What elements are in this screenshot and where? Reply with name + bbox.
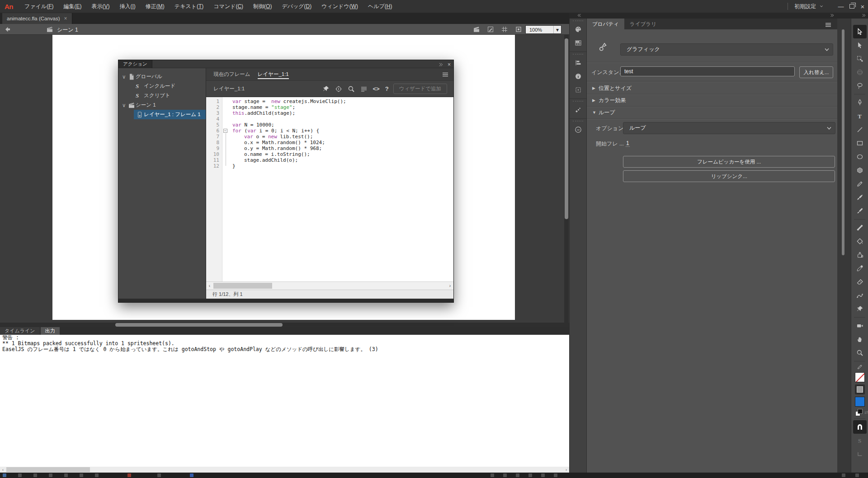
section-loop[interactable]: ▼ループ [587, 106, 837, 118]
panel-menu-icon[interactable] [825, 21, 832, 28]
tool-width[interactable] [853, 289, 867, 302]
taskbar-icon[interactable] [95, 473, 99, 477]
outline-box-icon[interactable] [515, 26, 522, 33]
taskbar-icon[interactable] [80, 473, 83, 477]
minimize-button[interactable]: — [835, 2, 846, 11]
dock-panel-color[interactable] [573, 23, 583, 36]
tree-item[interactable]: Sインクルード [118, 81, 206, 91]
target-icon[interactable] [335, 85, 342, 93]
code-horizontal-scrollbar[interactable]: ‹ › [206, 281, 453, 290]
stage-horizontal-scrollbar[interactable] [0, 323, 569, 327]
tree-item[interactable]: ∨グローバル [118, 72, 206, 81]
actions-panel-tab[interactable]: アクション [118, 60, 152, 68]
menu-item-4[interactable]: 修正(M) [141, 0, 170, 13]
close-icon[interactable]: × [448, 61, 451, 68]
symbol-type-select[interactable]: グラフィック [620, 43, 833, 56]
workspace-switcher[interactable]: 初期設定 [794, 3, 824, 10]
dock-panel-transform[interactable] [573, 83, 583, 97]
tool-subselection[interactable] [853, 38, 867, 52]
scrollbar-thumb[interactable] [6, 467, 90, 472]
format-lines-icon[interactable] [360, 85, 368, 93]
tool-free-transform[interactable] [853, 52, 867, 66]
tool-rectangle[interactable] [853, 136, 867, 150]
taskbar-icon[interactable] [157, 473, 161, 477]
scroll-right-arrow-icon[interactable]: › [563, 467, 569, 473]
zoom-select[interactable]: 100% ▾ [525, 25, 561, 34]
menu-item-8[interactable]: デバッグ(D) [277, 0, 316, 13]
panel-menu-icon[interactable] [442, 71, 449, 78]
dock-panel-swatches[interactable] [573, 36, 583, 50]
menu-item-7[interactable]: 制御(O) [248, 0, 277, 13]
tool-rotation-3d[interactable] [853, 66, 867, 79]
taskbar-icon[interactable] [3, 473, 6, 477]
tool-selection[interactable] [853, 25, 867, 38]
dock-panel-info[interactable] [573, 70, 583, 83]
section-position-size[interactable]: ▶位置とサイズ [587, 82, 837, 94]
tool-polystar[interactable] [853, 164, 867, 177]
taskbar-icon[interactable] [554, 473, 557, 477]
taskbar-icon[interactable] [127, 473, 131, 477]
tool-hand[interactable] [853, 333, 867, 346]
close-button[interactable]: × [857, 2, 868, 11]
tab-library[interactable]: ライブラリ [624, 19, 662, 29]
dock-panel-motion-presets[interactable] [573, 103, 583, 117]
taskbar-icon[interactable] [503, 473, 507, 477]
tool-classic-brush[interactable] [853, 204, 867, 218]
tool-text[interactable]: T [853, 109, 867, 123]
fill-indicator[interactable] [855, 384, 865, 394]
tool-bone[interactable] [853, 221, 867, 234]
taskbar-icon[interactable] [855, 473, 859, 477]
tool-pencil[interactable] [853, 177, 867, 191]
tool-magnet[interactable] [853, 420, 867, 434]
frame-picker-button[interactable]: フレームピッカーを使用 ... [623, 156, 835, 168]
pin-icon[interactable] [322, 85, 330, 93]
tool-eyedropper[interactable] [853, 262, 867, 275]
grid-icon[interactable] [501, 26, 508, 33]
fill-color-swatch[interactable] [855, 397, 865, 407]
expand-chevron-icon[interactable]: ∨ [122, 74, 127, 80]
bottom-tab-出力[interactable]: 出力 [41, 327, 60, 335]
taskbar-icon[interactable] [491, 473, 494, 477]
restore-button[interactable] [846, 2, 857, 11]
actions-tab[interactable]: 現在のフレーム [213, 68, 250, 81]
tree-item[interactable]: ∨シーン 1 [118, 100, 206, 110]
menu-item-2[interactable]: 表示(V) [86, 0, 114, 13]
chevron-down-icon[interactable]: ▾ [553, 26, 561, 33]
menu-item-3[interactable]: 挿入(I) [115, 0, 141, 13]
scroll-left-arrow-icon[interactable]: ‹ [206, 282, 213, 290]
menu-item-5[interactable]: テキスト(T) [170, 0, 208, 13]
edit-symbol-icon[interactable] [487, 26, 494, 33]
taskbar-icon[interactable] [64, 473, 68, 477]
double-chevron-right-icon[interactable] [438, 61, 443, 68]
edit-scene-icon[interactable] [473, 26, 480, 33]
double-chevron-right-icon[interactable] [861, 13, 866, 18]
stroke-color-swatch[interactable] [855, 372, 865, 382]
menu-item-10[interactable]: ヘルプ(H) [363, 0, 397, 13]
loop-option-select[interactable]: ループ [623, 122, 835, 134]
start-frame-value[interactable]: 1 [626, 140, 630, 147]
taskbar-icon[interactable] [541, 473, 545, 477]
tree-item[interactable]: レイヤー_1 : フレーム 1 [134, 110, 206, 119]
bottom-tab-タイムライン[interactable]: タイムライン [0, 327, 40, 335]
double-chevron-right-icon[interactable] [830, 13, 834, 18]
lip-sync-button[interactable]: リップシンク... [623, 170, 835, 182]
swap-button[interactable]: 入れ替え... [799, 66, 833, 78]
panel-gap-scrollbar[interactable] [837, 19, 851, 473]
taskbar-icon[interactable] [190, 473, 193, 477]
code-editor[interactable]: 1var stage = new createjs.MovieClip();2s… [206, 97, 453, 281]
default-colors-icon[interactable]: ⇄ [855, 409, 864, 416]
tool-pin[interactable] [853, 302, 867, 316]
menu-item-9[interactable]: ウィンドウ(W) [316, 0, 363, 13]
tool-paint-bucket[interactable] [853, 234, 867, 248]
code-fold-toggle-icon[interactable]: − [223, 129, 227, 133]
help-icon[interactable]: ? [385, 86, 389, 92]
instance-name-input[interactable] [620, 66, 795, 76]
actions-tab[interactable]: レイヤー_1:1 [258, 68, 289, 81]
tool-oval[interactable] [853, 150, 867, 164]
tool-zoom[interactable] [853, 346, 867, 360]
actions-panel-header[interactable]: アクション × [118, 60, 453, 68]
taskbar-icon[interactable] [528, 473, 532, 477]
document-tab[interactable]: animatecc.fla (Canvas) × [2, 13, 72, 24]
tab-properties[interactable]: プロパティ [587, 19, 624, 29]
menu-item-1[interactable]: 編集(E) [58, 0, 86, 13]
